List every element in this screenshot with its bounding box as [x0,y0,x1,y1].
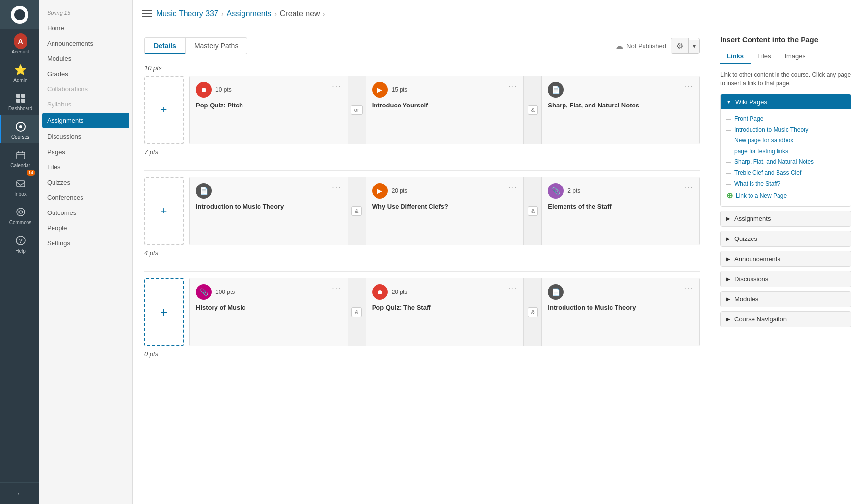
card-title-3: Sharp, Flat, and Natural Notes [548,102,694,109]
rp-tab-images[interactable]: Images [778,50,812,64]
rp-section-header-assignments[interactable]: ▶ Assignments [721,211,851,226]
sidebar-item-commons[interactable]: Commons [0,200,39,229]
sidebar-nav-grades[interactable]: Grades [39,66,132,81]
row-1-pts-top: 10 pts [144,64,700,72]
add-box-3[interactable]: + [144,278,184,346]
breadcrumb-sep-3: › [323,10,325,18]
wiki-link-sandbox[interactable]: — New page for sandbox [726,135,845,146]
sidebar-nav-outcomes[interactable]: Outcomes [39,205,132,220]
card-icon-page-3: 📄 [548,284,564,300]
card-menu-4[interactable]: ··· [332,183,341,192]
tab-details[interactable]: Details [144,37,186,54]
sidebar-nav-modules[interactable]: Modules [39,51,132,66]
sidebar-nav-people[interactable]: People [39,220,132,236]
sidebar-item-inbox[interactable]: 14 Inbox [0,172,39,200]
card-icon-video-2: ▶ [372,183,388,199]
chevron-announcements-icon: ▶ [726,256,730,262]
sidebar-nav-discussions[interactable]: Discussions [39,129,132,144]
sidebar-item-dashboard[interactable]: Dashboard [0,86,39,115]
card-title-7: History of Music [196,304,342,311]
breadcrumb-section[interactable]: Assignments [227,9,272,18]
svg-rect-3 [21,99,25,103]
wiki-link-new-page[interactable]: ⊕ Link to a New Page [726,189,845,202]
card-menu-6[interactable]: ··· [684,183,694,192]
sidebar-item-help[interactable]: ? Help [0,229,39,257]
card-intro-music-theory-2: 📄 ··· Introduction to Music Theory [541,278,700,346]
rp-section-header-wiki[interactable]: ▼ Wiki Pages [721,94,851,109]
topbar: Music Theory 337 › Assignments › Create … [133,0,859,27]
svg-rect-2 [16,99,20,103]
card-menu-7[interactable]: ··· [332,284,341,293]
rp-section-header-modules[interactable]: ▶ Modules [721,292,851,307]
wiki-link-testing[interactable]: — page for testing links [726,146,845,157]
gear-icon[interactable]: ⚙ [671,38,689,53]
card-pop-quiz-pitch: ⏺ 10 pts ··· Pop Quiz: Pitch [189,76,348,144]
sidebar-item-calendar[interactable]: Calendar [0,143,39,172]
rp-tab-links[interactable]: Links [720,50,751,64]
add-box-2[interactable]: + [144,177,184,245]
connector-label-3-1: & [351,307,362,317]
mastery-row-1: 10 pts + ⏺ 10 pts · [144,64,700,156]
card-menu-5[interactable]: ··· [508,183,517,192]
sidebar-nav-home[interactable]: Home [39,21,132,36]
cloud-icon: ☁ [616,41,623,51]
wiki-link-front-page[interactable]: — Front Page [726,113,845,124]
connector-label-2-1: & [351,206,362,216]
sidebar-nav-syllabus[interactable]: Syllabus [39,97,132,112]
card-menu-1[interactable]: ··· [332,82,341,91]
card-menu-2[interactable]: ··· [508,82,517,91]
sidebar-nav-conferences[interactable]: Conferences [39,190,132,205]
rp-tab-files[interactable]: Files [751,50,778,64]
card-pop-quiz-staff: ⏺ 20 pts ··· Pop Quiz: The Staff [366,278,524,346]
sidebar-item-admin[interactable]: ⭐ Admin [0,58,39,86]
row-divider-1 [144,170,700,171]
card-pts-7: 100 pts [215,289,235,295]
tab-mastery-paths[interactable]: Mastery Paths [186,37,247,54]
svg-rect-6 [17,152,25,159]
card-menu-8[interactable]: ··· [508,284,517,293]
cards-row-3: 📎 100 pts ··· History of Music & [189,278,700,346]
settings-button[interactable]: ⚙ ▾ [671,38,700,54]
card-menu-3[interactable]: ··· [684,82,694,91]
publish-label: Not Published [626,42,666,50]
chevron-modules-icon: ▶ [726,296,730,302]
breadcrumb-sep-2: › [274,10,277,18]
sidebar-nav-collaborations[interactable]: Collaborations [39,81,132,97]
connector-label-3-2: & [528,307,538,317]
sidebar-nav-announcements[interactable]: Announcements [39,36,132,51]
calendar-label: Calendar [10,163,30,169]
sidebar-item-account[interactable]: A Account [0,29,39,58]
sidebar-nav-pages[interactable]: Pages [39,144,132,159]
rp-section-header-quizzes[interactable]: ▶ Quizzes [721,231,851,246]
menu-toggle-button[interactable] [142,10,152,17]
courses-icon [14,120,27,133]
sidebar-nav-quizzes[interactable]: Quizzes [39,175,132,190]
plus-icon-2: + [161,205,167,217]
add-box-1[interactable]: + [144,76,184,144]
wiki-link-intro-music[interactable]: — Introduction to Music Theory [726,124,845,135]
row-1-pts-bottom: 7 pts [144,148,700,156]
connector-label-1-1: or [351,105,363,115]
wiki-link-what-is-staff[interactable]: — What is the Staff? [726,178,845,189]
card-menu-9[interactable]: ··· [684,284,694,293]
sidebar-nav-files[interactable]: Files [39,159,132,175]
sidebar-item-courses[interactable]: Courses [0,115,39,143]
rp-section-header-discussions[interactable]: ▶ Discussions [721,271,851,287]
sidebar-nav-assignments[interactable]: Assignments [42,113,129,128]
course-sidebar: Spring 15 Home Announcements Modules Gra… [39,0,133,504]
sidebar-nav-settings[interactable]: Settings [39,236,132,251]
collapse-nav-button[interactable]: ← [0,482,39,504]
wiki-link-treble-clef[interactable]: — Treble Clef and Bass Clef [726,167,845,178]
rp-section-header-course-nav[interactable]: ▶ Course Navigation [721,312,851,327]
chevron-down-icon[interactable]: ▾ [689,40,699,53]
rp-section-discussions: ▶ Discussions [720,271,851,287]
commons-icon [14,205,27,219]
breadcrumb: Music Theory 337 › Assignments › Create … [156,9,325,18]
inbox-badge: 14 [27,170,35,176]
breadcrumb-course[interactable]: Music Theory 337 [156,9,218,18]
rp-section-header-announcements[interactable]: ▶ Announcements [721,251,851,266]
wiki-pages-label: Wiki Pages [735,98,767,106]
rp-section-quizzes: ▶ Quizzes [720,231,851,247]
wiki-link-sharp-flat[interactable]: — Sharp, Flat, and Natural Notes [726,157,845,167]
logo[interactable] [0,0,39,29]
